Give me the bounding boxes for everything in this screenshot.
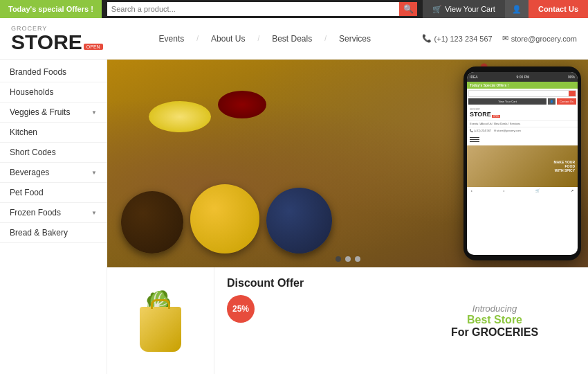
sidebar-label: Kitchen [10,127,37,137]
cart-button[interactable]: 🛒 View Your Cart [423,0,505,18]
sidebar-item-short-codes[interactable]: Short Codes [0,143,107,163]
mob-offers-text: Today's Special Offers ! [470,83,508,87]
email-icon: ✉ [502,34,508,43]
nav-links: Events / About Us / Best Deals / Service… [108,34,422,44]
spice-pile-red [218,91,266,118]
email-info: ✉ store@grocery.com [502,34,577,43]
sidebar-label: Bread & Bakery [10,228,68,238]
mob-hero-image: MAKE YOURFOODWITH SPICY [467,145,578,187]
mob-search-input[interactable] [469,92,569,96]
discount-title: Discount Offer [227,277,389,290]
introducing-label: Introducing [472,303,517,314]
account-button[interactable]: 👤 [505,0,529,18]
discount-badge: 25% [227,295,255,323]
search-area: 🔍 [102,2,423,16]
mob-search-btn[interactable] [569,91,576,96]
cart-icon-small[interactable]: 🛒 [535,188,540,193]
bottom-section: 🥬 Discount Offer 25% Introducing Best St… [107,267,588,374]
best-store-label: Best Store [467,314,522,326]
cart-label: View Your Cart [445,5,495,13]
mob-logo-store: STORE [470,111,491,118]
phone-number: (+1) 123 234 567 [434,35,493,43]
email-address: store@grocery.com [511,35,577,43]
logo-store: STORE [11,32,82,53]
sidebar-label: Pet Food [10,188,44,197]
grocery-bag: 🥬 [133,290,188,352]
logo-area: GROCERY STORE OPEN [11,25,108,53]
chevron-down-icon: ▼ [91,210,97,216]
carousel-dot-2[interactable] [345,256,351,262]
nav-about[interactable]: About Us [211,34,245,44]
next-arrow[interactable]: › [504,188,505,193]
share-icon[interactable]: ↗ [571,188,573,193]
bowl-dark [121,191,183,253]
sidebar-item-branded-foods[interactable]: Branded Foods [0,62,107,82]
mobile-screen: IDEA 9:00 PM 90% Today's Special Offers … [467,72,578,255]
for-groceries-label: For GROCERIES [451,326,538,339]
account-icon: 👤 [512,5,522,14]
carousel-dot-1[interactable] [336,256,341,262]
mob-contacts: 📞 (+01) 234 567 ✉ store@grocery.com [467,127,578,134]
sidebar-item-pet-food[interactable]: Pet Food [0,183,107,203]
mobile-preview: IDEA 9:00 PM 90% Today's Special Offers … [463,66,581,260]
search-input[interactable] [107,2,400,16]
sidebar-label: Short Codes [10,148,56,157]
sidebar-item-kitchen[interactable]: Kitchen [0,123,107,143]
mob-account-btn[interactable]: 👤 [548,98,555,105]
header-contact-info: 📞 (+1) 123 234 567 ✉ store@grocery.com [422,34,577,43]
header: GROCERY STORE OPEN Events / About Us / B… [0,18,588,60]
mob-nav-arrows[interactable]: ‹ › 🛒 ↗ [467,187,578,194]
sidebar-item-beverages[interactable]: Beverages ▼ [0,163,107,183]
prev-arrow[interactable]: ‹ [471,188,472,193]
sidebar-item-veggies[interactable]: Veggies & Fruits ▼ [0,103,107,123]
sidebar-label: Beverages [10,168,49,177]
sidebar: Branded Foods Households Veggies & Fruit… [0,60,107,374]
phone-icon: 📞 [422,34,432,43]
nav-best-deals[interactable]: Best Deals [272,34,312,44]
mob-hero-text: MAKE YOURFOODWITH SPICY [554,160,575,172]
cart-icon: 🛒 [432,5,442,14]
carousel-dots [336,256,360,262]
mob-hamburger[interactable] [467,134,578,145]
sidebar-label: Veggies & Fruits [10,107,70,117]
sidebar-label: Frozen Foods [10,208,61,217]
special-offers-banner[interactable]: Today's special Offers ! [0,0,102,18]
grocery-bag-area: 🥬 [107,267,214,374]
sidebar-item-households[interactable]: Households [0,82,107,103]
contact-button[interactable]: Contact Us [529,0,588,18]
logo-open-badge: OPEN [84,44,103,50]
mob-cart-btn[interactable]: View Your Cart [468,98,546,105]
sidebar-item-frozen-foods[interactable]: Frozen Foods ▼ [0,203,107,223]
mob-offers-bar: Today's Special Offers ! [467,82,578,89]
bowl-yellow [190,184,259,253]
mob-search-bar[interactable] [468,90,576,97]
bag-body [140,307,181,352]
mob-contact-btn[interactable]: Contact Us [557,98,576,105]
chevron-down-icon: ▼ [91,170,97,176]
mob-logo: GROCERY STORE OPEN [467,106,578,121]
carousel-dot-3[interactable] [355,256,360,262]
contact-label: Contact Us [538,5,578,13]
mob-cart-row: View Your Cart 👤 Contact Us [468,98,576,105]
spice-pile-yellow [149,101,211,132]
main-area: Branded Foods Households Veggies & Fruit… [0,60,588,374]
discount-offer-section: Discount Offer 25% [214,267,401,374]
chevron-down-icon: ▼ [91,109,97,116]
nav-events[interactable]: Events [159,34,185,44]
bowl-blue [266,188,332,253]
sidebar-item-bread-bakery[interactable]: Bread & Bakery [0,223,107,243]
mob-logo-open: OPEN [492,115,501,118]
nav-services[interactable]: Services [339,34,371,44]
phone-info: 📞 (+1) 123 234 567 [422,34,493,43]
mob-status-bar: IDEA 9:00 PM 90% [467,72,578,82]
sidebar-label: Branded Foods [10,67,66,77]
hero-banner: IDEA 9:00 PM 90% Today's Special Offers … [107,60,588,267]
sidebar-label: Households [10,87,53,97]
introducing-section: Introducing Best Store For GROCERIES [401,267,588,374]
content-area: IDEA 9:00 PM 90% Today's Special Offers … [107,60,588,374]
search-button[interactable]: 🔍 [399,2,417,16]
discount-percent: 25% [232,304,249,314]
bag-handle [151,299,170,309]
mob-nav: Events / About Us / Best Deals / Service… [467,121,578,127]
top-bar: Today's special Offers ! 🔍 🛒 View Your C… [0,0,588,18]
